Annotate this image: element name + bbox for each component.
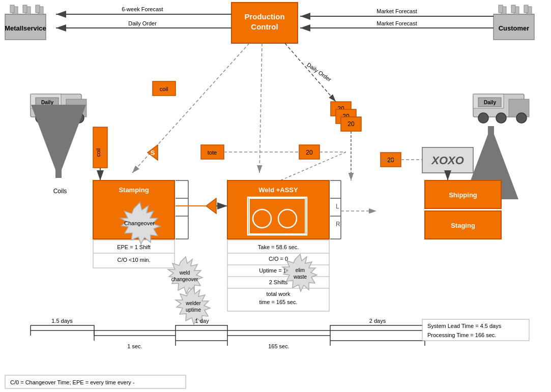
svg-rect-33 (66, 99, 86, 117)
svg-text:elim: elim (296, 267, 305, 273)
svg-line-31 (259, 43, 262, 173)
svg-text:Production: Production (244, 12, 284, 21)
svg-rect-38 (36, 98, 59, 107)
svg-rect-88 (381, 153, 401, 167)
svg-rect-91 (422, 147, 473, 173)
svg-text:20: 20 (342, 113, 350, 120)
svg-rect-52 (93, 127, 107, 168)
svg-rect-149 (5, 375, 186, 388)
svg-text:coil: coil (95, 148, 101, 157)
svg-rect-41 (473, 94, 524, 117)
svg-text:uptime: uptime (186, 307, 201, 313)
svg-text:2 days: 2 days (369, 318, 386, 324)
svg-text:2 Shifts: 2 Shifts (269, 279, 288, 285)
svg-text:System Lead Time = 4.5 days: System Lead Time = 4.5 days (427, 323, 502, 329)
svg-text:weld: weld (179, 270, 190, 276)
svg-text:1 day: 1 day (195, 318, 209, 324)
svg-rect-102 (341, 117, 361, 131)
svg-rect-76 (249, 198, 305, 234)
svg-marker-121 (168, 257, 202, 294)
svg-rect-57 (93, 180, 175, 239)
svg-rect-5 (5, 14, 46, 40)
svg-rect-42 (509, 99, 529, 117)
svg-text:1 sec.: 1 sec. (127, 343, 142, 349)
svg-text:S: S (151, 149, 155, 157)
svg-text:Take = 58.6 sec.: Take = 58.6 sec. (258, 244, 299, 250)
svg-point-36 (74, 113, 84, 123)
svg-marker-6 (5, 7, 46, 14)
svg-rect-11 (494, 14, 534, 40)
svg-rect-100 (336, 109, 356, 124)
svg-rect-15 (524, 5, 528, 13)
svg-text:1.5 days: 1.5 days (51, 318, 73, 324)
svg-text:R: R (336, 221, 340, 228)
svg-marker-71 (206, 198, 216, 214)
svg-rect-79 (248, 197, 307, 235)
svg-text:Stamping: Stamping (119, 186, 149, 194)
svg-text:Daily: Daily (41, 100, 53, 105)
svg-rect-110 (227, 240, 329, 311)
svg-text:20: 20 (387, 157, 394, 164)
svg-marker-124 (176, 287, 210, 324)
svg-text:Uptime = 100%: Uptime = 100% (259, 267, 298, 274)
svg-rect-17 (231, 3, 298, 43)
diagram: Metallservice Customer Production Contro… (0, 0, 551, 392)
svg-line-28 (285, 43, 336, 102)
svg-rect-98 (331, 102, 351, 116)
svg-text:time = 165 sec.: time = 165 sec. (259, 299, 298, 305)
svg-text:XOXO: XOXO (430, 154, 464, 167)
svg-rect-37 (31, 94, 61, 108)
svg-text:Staging: Staging (451, 222, 475, 229)
svg-text:Customer: Customer (499, 24, 530, 32)
svg-text:20: 20 (306, 149, 313, 156)
svg-rect-96 (425, 211, 501, 239)
svg-rect-14 (511, 5, 515, 13)
svg-rect-13 (499, 5, 503, 13)
svg-marker-127 (282, 254, 317, 291)
svg-point-43 (478, 113, 488, 123)
svg-rect-32 (31, 94, 81, 117)
svg-text:Coils: Coils (53, 188, 67, 195)
svg-text:total work: total work (266, 291, 291, 297)
svg-text:20: 20 (347, 120, 355, 128)
svg-line-30 (132, 43, 249, 173)
svg-point-45 (516, 113, 527, 123)
svg-text:Metallservice: Metallservice (5, 24, 46, 32)
svg-rect-46 (473, 94, 504, 108)
svg-point-77 (253, 209, 271, 228)
svg-rect-47 (478, 98, 501, 107)
svg-text:6-week Forecast: 6-week Forecast (122, 6, 163, 12)
svg-rect-74 (227, 180, 329, 239)
svg-text:20: 20 (337, 105, 344, 112)
svg-text:C/O = 0: C/O = 0 (269, 256, 288, 262)
svg-text:welder: welder (185, 300, 201, 306)
svg-text:coil: coil (160, 86, 168, 92)
svg-point-34 (36, 113, 46, 123)
svg-text:Market Forecast: Market Forecast (376, 8, 417, 14)
svg-text:Market Forecast: Market Forecast (376, 20, 417, 26)
svg-text:C/0 = Changeover Time; EPE = e: C/0 = Changeover Time; EPE = every time … (10, 379, 135, 385)
svg-line-70 (227, 152, 346, 203)
svg-marker-55 (148, 145, 158, 160)
svg-text:Changeover: Changeover (124, 220, 155, 226)
svg-text:Daily: Daily (484, 100, 496, 105)
svg-marker-130 (120, 202, 160, 244)
svg-text:Shipping: Shipping (449, 191, 477, 199)
svg-rect-8 (23, 5, 27, 13)
svg-text:Weld +ASSY: Weld +ASSY (258, 186, 298, 194)
svg-text:Daily Order: Daily Order (306, 62, 333, 83)
svg-rect-94 (425, 180, 501, 208)
svg-text:Daily Order: Daily Order (128, 20, 157, 26)
svg-point-35 (53, 113, 64, 123)
svg-text:changeover: changeover (171, 277, 198, 282)
svg-rect-146 (422, 319, 529, 341)
arrows-svg: Metallservice Customer Production Contro… (0, 0, 551, 392)
svg-rect-7 (10, 5, 14, 13)
svg-rect-106 (93, 240, 175, 268)
svg-text:L: L (336, 203, 339, 210)
svg-rect-67 (299, 145, 320, 159)
svg-text:Processing Time = 166 sec.: Processing Time = 166 sec. (427, 332, 496, 338)
svg-text:EPE = 1 Shift: EPE = 1 Shift (117, 244, 151, 250)
svg-marker-12 (494, 7, 534, 14)
svg-text:waste: waste (293, 274, 307, 280)
